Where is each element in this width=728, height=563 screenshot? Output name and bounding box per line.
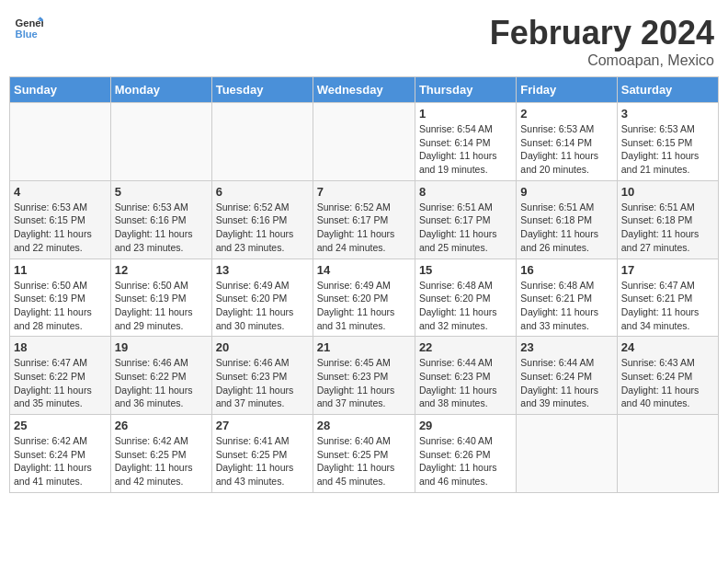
day-of-week-header: Thursday	[415, 77, 516, 103]
day-number: 13	[216, 263, 309, 277]
day-of-week-header: Wednesday	[313, 77, 415, 103]
day-number: 5	[115, 185, 208, 199]
day-info: Sunrise: 6:41 AMSunset: 6:25 PMDaylight:…	[216, 434, 309, 488]
calendar-day-cell: 22Sunrise: 6:44 AMSunset: 6:23 PMDayligh…	[415, 337, 516, 415]
day-number: 22	[419, 340, 512, 354]
day-info: Sunrise: 6:44 AMSunset: 6:24 PMDaylight:…	[520, 356, 612, 410]
day-info: Sunrise: 6:40 AMSunset: 6:25 PMDaylight:…	[317, 434, 411, 488]
calendar-day-cell: 24Sunrise: 6:43 AMSunset: 6:24 PMDayligh…	[617, 337, 718, 415]
day-info: Sunrise: 6:53 AMSunset: 6:15 PMDaylight:…	[14, 201, 107, 255]
calendar-day-cell: 23Sunrise: 6:44 AMSunset: 6:24 PMDayligh…	[517, 337, 617, 415]
day-info: Sunrise: 6:54 AMSunset: 6:14 PMDaylight:…	[419, 122, 512, 177]
day-info: Sunrise: 6:49 AMSunset: 6:20 PMDaylight:…	[317, 279, 411, 333]
calendar-week-row: 18Sunrise: 6:47 AMSunset: 6:22 PMDayligh…	[10, 337, 719, 415]
day-number: 12	[115, 263, 208, 277]
day-number: 8	[419, 185, 512, 199]
calendar-week-row: 11Sunrise: 6:50 AMSunset: 6:19 PMDayligh…	[10, 259, 719, 337]
day-number: 1	[419, 107, 512, 121]
day-number: 19	[115, 340, 208, 354]
day-info: Sunrise: 6:47 AMSunset: 6:22 PMDaylight:…	[14, 356, 107, 410]
calendar-day-cell: 25Sunrise: 6:42 AMSunset: 6:24 PMDayligh…	[10, 415, 111, 493]
calendar-day-cell: 13Sunrise: 6:49 AMSunset: 6:20 PMDayligh…	[211, 259, 313, 337]
day-info: Sunrise: 6:48 AMSunset: 6:21 PMDaylight:…	[520, 279, 612, 333]
calendar-day-cell: 9Sunrise: 6:51 AMSunset: 6:18 PMDaylight…	[517, 180, 617, 259]
calendar-day-cell: 1Sunrise: 6:54 AMSunset: 6:14 PMDaylight…	[415, 103, 516, 181]
day-number: 27	[216, 419, 309, 432]
day-number: 6	[216, 185, 309, 199]
calendar-day-cell	[617, 415, 718, 493]
day-info: Sunrise: 6:51 AMSunset: 6:17 PMDaylight:…	[419, 201, 512, 255]
day-number: 2	[520, 107, 612, 121]
day-of-week-header: Sunday	[10, 77, 111, 103]
calendar-day-cell: 7Sunrise: 6:52 AMSunset: 6:17 PMDaylight…	[313, 180, 415, 259]
day-info: Sunrise: 6:53 AMSunset: 6:15 PMDaylight:…	[621, 122, 714, 177]
day-number: 9	[520, 185, 612, 199]
location-subtitle: Comoapan, Mexico	[490, 52, 714, 69]
day-number: 26	[115, 419, 208, 432]
day-info: Sunrise: 6:42 AMSunset: 6:25 PMDaylight:…	[115, 434, 208, 488]
month-title: February 2024	[490, 14, 714, 52]
calendar-day-cell: 12Sunrise: 6:50 AMSunset: 6:19 PMDayligh…	[110, 259, 211, 337]
calendar-week-row: 1Sunrise: 6:54 AMSunset: 6:14 PMDaylight…	[10, 103, 719, 181]
day-number: 28	[317, 419, 411, 432]
calendar-day-cell	[517, 415, 617, 493]
calendar-day-cell: 6Sunrise: 6:52 AMSunset: 6:16 PMDaylight…	[211, 180, 313, 259]
calendar-day-cell: 16Sunrise: 6:48 AMSunset: 6:21 PMDayligh…	[517, 259, 617, 337]
calendar-day-cell: 14Sunrise: 6:49 AMSunset: 6:20 PMDayligh…	[313, 259, 415, 337]
day-info: Sunrise: 6:51 AMSunset: 6:18 PMDaylight:…	[621, 201, 714, 255]
day-of-week-header: Saturday	[617, 77, 718, 103]
calendar-day-cell: 20Sunrise: 6:46 AMSunset: 6:23 PMDayligh…	[211, 337, 313, 415]
calendar-day-cell: 10Sunrise: 6:51 AMSunset: 6:18 PMDayligh…	[617, 180, 718, 259]
day-of-week-header: Tuesday	[211, 77, 313, 103]
calendar-day-cell: 19Sunrise: 6:46 AMSunset: 6:22 PMDayligh…	[110, 337, 211, 415]
calendar-day-cell: 29Sunrise: 6:40 AMSunset: 6:26 PMDayligh…	[415, 415, 516, 493]
day-of-week-header: Friday	[517, 77, 617, 103]
calendar-day-cell: 21Sunrise: 6:45 AMSunset: 6:23 PMDayligh…	[313, 337, 415, 415]
day-number: 24	[621, 340, 714, 354]
calendar-day-cell: 11Sunrise: 6:50 AMSunset: 6:19 PMDayligh…	[10, 259, 111, 337]
day-info: Sunrise: 6:51 AMSunset: 6:18 PMDaylight:…	[520, 201, 612, 255]
calendar-day-cell	[110, 103, 211, 181]
day-info: Sunrise: 6:52 AMSunset: 6:17 PMDaylight:…	[317, 201, 411, 255]
day-info: Sunrise: 6:52 AMSunset: 6:16 PMDaylight:…	[216, 201, 309, 255]
day-number: 17	[621, 263, 714, 277]
day-info: Sunrise: 6:49 AMSunset: 6:20 PMDaylight:…	[216, 279, 309, 333]
day-info: Sunrise: 6:50 AMSunset: 6:19 PMDaylight:…	[14, 279, 107, 333]
day-number: 15	[419, 263, 512, 277]
calendar-day-cell: 5Sunrise: 6:53 AMSunset: 6:16 PMDaylight…	[110, 180, 211, 259]
calendar-day-cell: 27Sunrise: 6:41 AMSunset: 6:25 PMDayligh…	[211, 415, 313, 493]
day-info: Sunrise: 6:47 AMSunset: 6:21 PMDaylight:…	[621, 279, 714, 333]
calendar-day-cell: 17Sunrise: 6:47 AMSunset: 6:21 PMDayligh…	[617, 259, 718, 337]
page-header: General Blue February 2024 Comoapan, Mex…	[9, 9, 719, 69]
day-number: 7	[317, 185, 411, 199]
day-info: Sunrise: 6:43 AMSunset: 6:24 PMDaylight:…	[621, 356, 714, 410]
day-number: 23	[520, 340, 612, 354]
day-info: Sunrise: 6:46 AMSunset: 6:22 PMDaylight:…	[115, 356, 208, 410]
calendar-table: SundayMondayTuesdayWednesdayThursdayFrid…	[9, 76, 719, 493]
day-number: 21	[317, 340, 411, 354]
day-number: 14	[317, 263, 411, 277]
calendar-day-cell: 2Sunrise: 6:53 AMSunset: 6:14 PMDaylight…	[517, 103, 617, 181]
day-number: 25	[14, 419, 107, 432]
day-info: Sunrise: 6:53 AMSunset: 6:16 PMDaylight:…	[115, 201, 208, 255]
day-info: Sunrise: 6:50 AMSunset: 6:19 PMDaylight:…	[115, 279, 208, 333]
day-info: Sunrise: 6:48 AMSunset: 6:20 PMDaylight:…	[419, 279, 512, 333]
day-number: 4	[14, 185, 107, 199]
calendar-day-cell: 26Sunrise: 6:42 AMSunset: 6:25 PMDayligh…	[110, 415, 211, 493]
day-info: Sunrise: 6:42 AMSunset: 6:24 PMDaylight:…	[14, 434, 107, 488]
calendar-day-cell: 4Sunrise: 6:53 AMSunset: 6:15 PMDaylight…	[10, 180, 111, 259]
day-of-week-header: Monday	[110, 77, 211, 103]
title-area: February 2024 Comoapan, Mexico	[490, 14, 714, 69]
calendar-day-cell	[211, 103, 313, 181]
calendar-day-cell	[313, 103, 415, 181]
day-number: 18	[14, 340, 107, 354]
logo: General Blue	[14, 14, 43, 43]
calendar-day-cell: 18Sunrise: 6:47 AMSunset: 6:22 PMDayligh…	[10, 337, 111, 415]
svg-text:Blue: Blue	[16, 29, 38, 40]
day-number: 16	[520, 263, 612, 277]
day-number: 29	[419, 419, 512, 432]
calendar-week-row: 4Sunrise: 6:53 AMSunset: 6:15 PMDaylight…	[10, 180, 719, 259]
calendar-week-row: 25Sunrise: 6:42 AMSunset: 6:24 PMDayligh…	[10, 415, 719, 493]
day-info: Sunrise: 6:53 AMSunset: 6:14 PMDaylight:…	[520, 122, 612, 177]
calendar-day-cell: 15Sunrise: 6:48 AMSunset: 6:20 PMDayligh…	[415, 259, 516, 337]
